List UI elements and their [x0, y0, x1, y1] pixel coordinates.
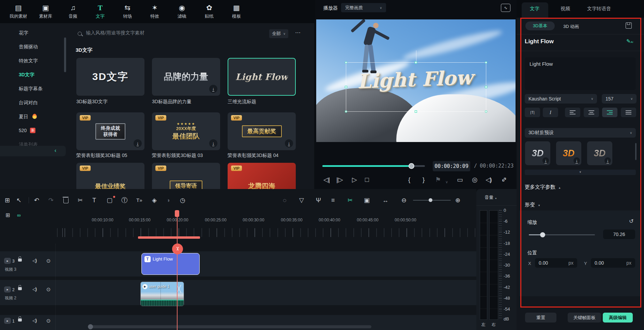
nav-filters[interactable]: ◉滤镜 — [168, 4, 196, 19]
volume-collapse-button[interactable]: 音量 ▲ — [485, 194, 497, 201]
playhead-line[interactable] — [177, 210, 178, 330]
sidebar-item-520[interactable]: 520新 — [0, 128, 55, 133]
handle-bottom-center[interactable] — [415, 110, 417, 113]
align-center-button[interactable] — [584, 108, 599, 117]
nav-my-media[interactable]: ▤我的素材 — [5, 4, 32, 19]
more-text-params-toggle[interactable]: 更多文字参数 ▲ — [525, 184, 561, 190]
track1-lock-icon[interactable] — [18, 316, 22, 323]
reset-button[interactable]: 重置 — [525, 313, 556, 323]
text-content-input[interactable]: Light Flow — [525, 57, 636, 90]
zoom-slider-handle[interactable] — [429, 198, 432, 202]
position-x-input[interactable]: 0.00px — [535, 258, 577, 268]
save-preset-icon[interactable] — [626, 22, 632, 29]
material-preset-dropdown[interactable]: 3D材质预设∨ — [525, 128, 636, 138]
speech-to-text-button[interactable]: Ⓣ — [121, 197, 127, 204]
seek-bar[interactable] — [322, 165, 425, 167]
next-frame-button[interactable]: |▷ — [336, 175, 343, 184]
scopes-icon[interactable]: ∿ — [501, 4, 510, 12]
handle-bottom-right[interactable] — [485, 110, 487, 113]
transform-toggle[interactable]: 形变 ▼ — [525, 202, 540, 208]
link-clips-button[interactable]: ∞ — [17, 211, 21, 219]
font-family-dropdown[interactable]: Kaushan Script∨ — [525, 94, 597, 104]
collapse-sidebar-icon[interactable]: ‹ — [55, 147, 56, 154]
download-icon[interactable]: ↓ — [573, 157, 580, 164]
tab-video[interactable]: 视频 — [561, 6, 570, 12]
handle-top-center[interactable] — [415, 61, 417, 64]
color-palette-button[interactable]: ◑ — [166, 197, 170, 204]
filter-all-dropdown[interactable]: 全部∨ — [269, 29, 288, 38]
render-preview-button[interactable]: ◌ — [283, 197, 287, 204]
align-left-button[interactable] — [565, 108, 580, 117]
handle-bottom-left[interactable] — [345, 110, 347, 113]
italic-button[interactable]: I — [543, 108, 558, 117]
selection-box[interactable] — [346, 62, 486, 112]
seek-handle[interactable] — [409, 163, 414, 169]
handle-top-right[interactable] — [485, 61, 487, 64]
download-icon[interactable]: ↓ — [134, 139, 142, 147]
marker-chevron-icon[interactable]: ∨ — [445, 177, 448, 186]
expand-materials-button[interactable]: ▼ — [525, 170, 636, 175]
nav-stock-media[interactable]: ▣素材库 — [32, 4, 59, 19]
vertical-text-button[interactable]: |T| — [525, 108, 540, 117]
video-preview[interactable]: Light Flow — [316, 19, 516, 142]
more-options-button[interactable]: ⋯ — [295, 29, 301, 36]
quality-dropdown[interactable]: 完整画质∨ — [341, 3, 386, 12]
download-icon[interactable]: ↓ — [285, 139, 293, 147]
split-scissors-button[interactable]: ✂ — [78, 197, 83, 204]
timeline-horizontal-scrollbar[interactable] — [90, 325, 371, 328]
nav-audio[interactable]: ♫音频 — [59, 4, 87, 19]
tab-text[interactable]: 文字 — [530, 6, 539, 12]
timeline-zoom-slider[interactable] — [413, 200, 451, 201]
display-device-button[interactable]: ▭ — [457, 175, 463, 184]
nav-text[interactable]: T文字 — [87, 4, 114, 19]
timeline-ruler[interactable] — [56, 228, 476, 237]
mark-in-button[interactable]: { — [408, 175, 410, 184]
template-card-brand-power[interactable]: 品牌的力量 ↓ — [152, 58, 220, 96]
zoom-out-button[interactable]: ⊖ — [401, 197, 407, 204]
keyframe-button[interactable]: ◈ — [152, 197, 157, 204]
nav-stickers[interactable]: ✿贴纸 — [196, 4, 223, 19]
handle-top-left[interactable] — [345, 61, 347, 64]
template-card-dragon[interactable]: VIP 龙腾四海 — [228, 163, 296, 189]
text-clip-light-flow[interactable]: T Light Flow — [141, 253, 200, 275]
reset-scale-icon[interactable]: ↺ — [629, 218, 633, 224]
sidebar-item-effect-text[interactable]: 特效文字 — [0, 58, 55, 64]
split-mode-button[interactable]: ✂ — [348, 197, 353, 204]
sidebar-item-3d-text[interactable]: 3D文字 — [0, 72, 55, 78]
speed-timer-button[interactable]: ◷ — [180, 197, 185, 204]
marker-button[interactable]: ⚑ — [435, 175, 441, 184]
timeline-scroll-knob[interactable] — [88, 324, 93, 329]
crop-button[interactable]: ▢ — [107, 197, 112, 204]
record-voiceover-button[interactable]: Ψ — [316, 197, 321, 204]
justify-button[interactable] — [621, 108, 636, 117]
subtab-3d-animation[interactable]: 3D 动画 — [563, 23, 579, 30]
material-tile-stone[interactable]: 3D↓ — [587, 141, 612, 165]
download-icon[interactable]: ↓ — [604, 157, 611, 164]
previous-frame-button[interactable]: ◁| — [323, 175, 330, 184]
delete-button[interactable] — [63, 197, 68, 205]
search-input[interactable]: 输入风格/用途等搜文字素材 — [86, 30, 144, 36]
scale-value-input[interactable]: 70.26 — [603, 230, 635, 239]
stop-button[interactable]: □ — [365, 175, 369, 184]
sidebar-item-huazi[interactable]: 花字 — [0, 30, 55, 36]
zoom-in-button[interactable]: ⊕ — [455, 197, 460, 204]
materials-scrollbar[interactable] — [635, 143, 637, 160]
template-card-award-03[interactable]: VIP ★★★★★ 20XX年度 最佳团队 ↓ — [152, 112, 220, 150]
snapshot-button[interactable]: ◎ — [472, 175, 478, 184]
download-icon[interactable]: ↓ — [542, 157, 549, 164]
mark-out-button[interactable]: } — [423, 175, 425, 184]
tab-text-to-speech[interactable]: 文字转语音 — [587, 6, 611, 12]
scale-slider-handle[interactable] — [540, 232, 545, 237]
download-icon[interactable]: ↓ — [209, 139, 217, 147]
track-lane-3[interactable] — [0, 251, 476, 277]
track1-mute-icon[interactable]: ◁) — [32, 318, 36, 323]
sidebar-item-title-caption[interactable]: 标题字幕条 — [0, 86, 55, 92]
template-card-leader-message[interactable]: VIP 领导寄语 — [152, 163, 220, 189]
position-y-input[interactable]: 0.00px — [591, 258, 635, 268]
handle-mid-right[interactable] — [485, 86, 487, 88]
sidebar-item-summer[interactable]: 夏日 — [0, 114, 55, 120]
advanced-edit-button[interactable]: 高级编辑 — [603, 313, 633, 323]
template-card-award-05[interactable]: VIP 终身成就 获得者 ↓ — [76, 112, 144, 150]
playhead-handle[interactable] — [175, 210, 179, 217]
template-card-3d-text[interactable]: 3D文字 — [76, 58, 144, 96]
